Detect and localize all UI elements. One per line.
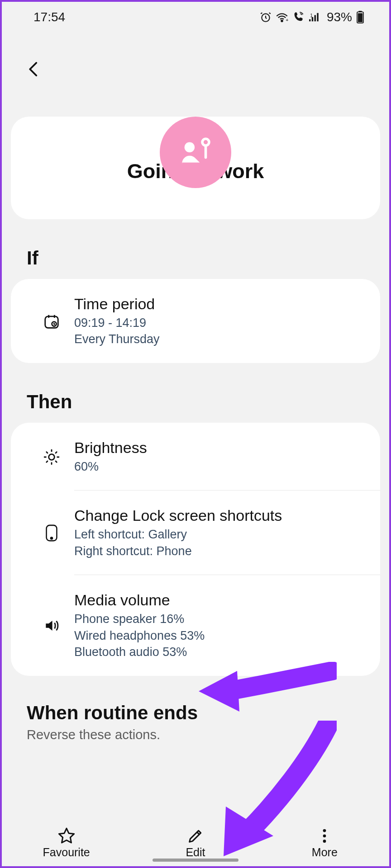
- time-period-row[interactable]: Time period 09:19 - 14:19 Every Thursday: [11, 279, 380, 363]
- media-volume-row[interactable]: Media volume Phone speaker 16% Wired hea…: [74, 575, 380, 675]
- wifi-icon: +: [276, 12, 288, 23]
- svg-point-1: [281, 20, 282, 22]
- end-header: When routine ends: [2, 676, 389, 727]
- svg-line-22: [56, 461, 57, 462]
- svg-marker-27: [59, 828, 74, 843]
- then-header: Then: [2, 363, 389, 423]
- end-sub: Reverse these actions.: [2, 727, 389, 742]
- battery-percent: 93%: [327, 10, 352, 24]
- back-icon: [24, 60, 43, 79]
- commute-icon: [175, 132, 216, 173]
- favourite-button[interactable]: Favourite: [21, 827, 112, 859]
- media-volume-line3: Bluetooth audio 53%: [74, 644, 367, 660]
- favourite-label: Favourite: [43, 846, 90, 859]
- lock-shortcuts-title: Change Lock screen shortcuts: [74, 507, 367, 524]
- brightness-title: Brightness: [74, 439, 367, 457]
- status-bar: 17:54 + 1 93%: [2, 2, 389, 27]
- svg-line-24: [56, 452, 57, 453]
- calendar-clock-icon: [43, 313, 60, 330]
- time-period-range: 09:19 - 14:19: [74, 315, 367, 331]
- if-header: If: [2, 219, 389, 279]
- svg-point-16: [49, 454, 55, 460]
- svg-rect-5: [314, 15, 315, 21]
- phone-outline-icon: [43, 524, 60, 542]
- edit-label: Edit: [186, 846, 205, 859]
- brightness-value: 60%: [74, 458, 367, 475]
- media-volume-title: Media volume: [74, 591, 367, 609]
- then-card: Brightness 60% Change Lock screen shortc…: [11, 423, 380, 676]
- speaker-icon: [43, 617, 61, 634]
- alarm-icon: [260, 11, 272, 23]
- lock-shortcut-right: Right shortcut: Phone: [74, 543, 367, 559]
- media-volume-line1: Phone speaker 16%: [74, 611, 367, 627]
- gesture-nav-pill: [153, 859, 238, 862]
- svg-text:1: 1: [310, 13, 313, 18]
- back-button[interactable]: [24, 72, 43, 80]
- media-volume-line2: Wired headphones 53%: [74, 627, 367, 644]
- svg-point-30: [323, 840, 326, 843]
- pencil-icon: [186, 827, 205, 845]
- more-label: More: [312, 846, 338, 859]
- battery-icon: [356, 11, 364, 24]
- if-card: Time period 09:19 - 14:19 Every Thursday: [11, 279, 380, 363]
- edit-button[interactable]: Edit: [150, 827, 241, 859]
- svg-rect-10: [358, 13, 363, 22]
- more-button[interactable]: More: [279, 827, 370, 859]
- svg-line-21: [47, 452, 48, 453]
- svg-rect-6: [317, 13, 318, 21]
- time-period-title: Time period: [74, 295, 367, 313]
- routine-icon-circle: [160, 117, 231, 188]
- lock-shortcuts-row[interactable]: Change Lock screen shortcuts Left shortc…: [74, 490, 380, 575]
- status-right: + 1 93%: [260, 10, 364, 24]
- more-vertical-icon: [315, 827, 334, 845]
- wifi-calling-icon: [292, 11, 305, 23]
- svg-rect-3: [309, 19, 310, 22]
- lock-shortcut-left: Left shortcut: Gallery: [74, 526, 367, 542]
- svg-point-28: [323, 829, 326, 832]
- brightness-icon: [43, 448, 60, 466]
- svg-point-26: [51, 538, 52, 539]
- svg-point-11: [185, 142, 195, 153]
- signal-icon: 1: [309, 12, 323, 23]
- svg-point-29: [323, 835, 326, 838]
- clock: 17:54: [33, 10, 65, 24]
- time-period-repeat: Every Thursday: [74, 331, 367, 347]
- svg-line-23: [47, 461, 48, 462]
- brightness-row[interactable]: Brightness 60%: [11, 423, 380, 490]
- svg-text:+: +: [286, 18, 288, 23]
- star-icon: [57, 827, 76, 845]
